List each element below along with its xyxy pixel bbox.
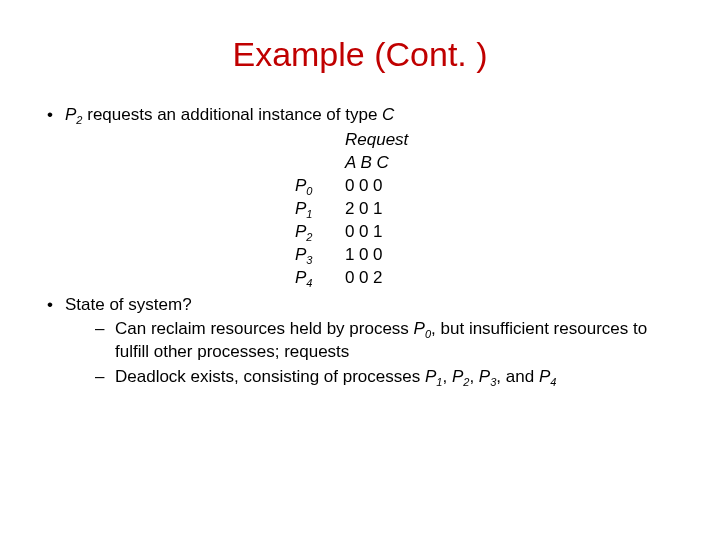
bullet-text: requests an additional instance of type [83, 105, 383, 124]
table-row: P0 000 [295, 175, 408, 198]
bullet-text: State of system? [65, 295, 192, 314]
sep: , [469, 367, 478, 386]
row-sub: 3 [306, 254, 312, 266]
row-values: 000 [345, 175, 387, 198]
row-values: 100 [345, 244, 387, 267]
sub-text: Deadlock exists, consisting of processes [115, 367, 425, 386]
sep: , and [496, 367, 539, 386]
table-row: P1 201 [295, 198, 408, 221]
process-label: P [425, 367, 436, 386]
sep: , [442, 367, 451, 386]
process-label: P [479, 367, 490, 386]
request-table: Request A B C P0 000 P1 201 P2 001 [65, 129, 685, 290]
row-values: 001 [345, 221, 387, 244]
row-label: P [295, 222, 306, 241]
sub-bullet-reclaim: Can reclaim resources held by process P0… [95, 318, 685, 364]
process-subscript: 4 [550, 377, 556, 389]
row-label: P [295, 176, 306, 195]
sub-bullet-deadlock: Deadlock exists, consisting of processes… [95, 366, 685, 389]
row-label: P [295, 245, 306, 264]
row-label: P [295, 268, 306, 287]
sub-text: Can reclaim resources held by process [115, 319, 414, 338]
row-sub: 4 [306, 277, 312, 289]
row-label: P [295, 199, 306, 218]
table-row: P4 002 [295, 267, 408, 290]
process-label: P [65, 105, 76, 124]
process-label: P [414, 319, 425, 338]
row-sub: 0 [306, 185, 312, 197]
bullet-request: P2 requests an additional instance of ty… [43, 104, 685, 290]
row-values: 201 [345, 198, 387, 221]
slide: Example (Cont. ) P2 requests an addition… [0, 0, 720, 540]
slide-title: Example (Cont. ) [35, 35, 685, 74]
sub-bullet-list: Can reclaim resources held by process P0… [65, 318, 685, 389]
table-row: P2 001 [295, 221, 408, 244]
row-sub: 2 [306, 231, 312, 243]
table-row: P3 100 [295, 244, 408, 267]
bullet-list: P2 requests an additional instance of ty… [35, 104, 685, 389]
process-label: P [452, 367, 463, 386]
bullet-state: State of system? Can reclaim resources h… [43, 294, 685, 390]
table-header: Request [295, 129, 408, 152]
type-c: C [382, 105, 394, 124]
table-col-header: A B C [295, 152, 408, 175]
slide-body: P2 requests an additional instance of ty… [35, 104, 685, 389]
process-label: P [539, 367, 550, 386]
row-sub: 1 [306, 208, 312, 220]
row-values: 002 [345, 267, 387, 290]
